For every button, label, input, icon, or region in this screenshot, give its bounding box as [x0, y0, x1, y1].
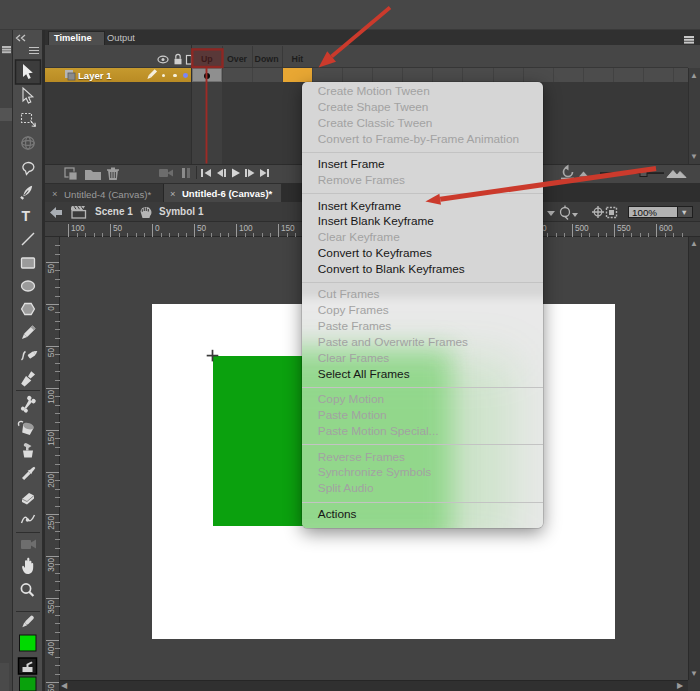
svg-text:T: T	[22, 208, 31, 224]
